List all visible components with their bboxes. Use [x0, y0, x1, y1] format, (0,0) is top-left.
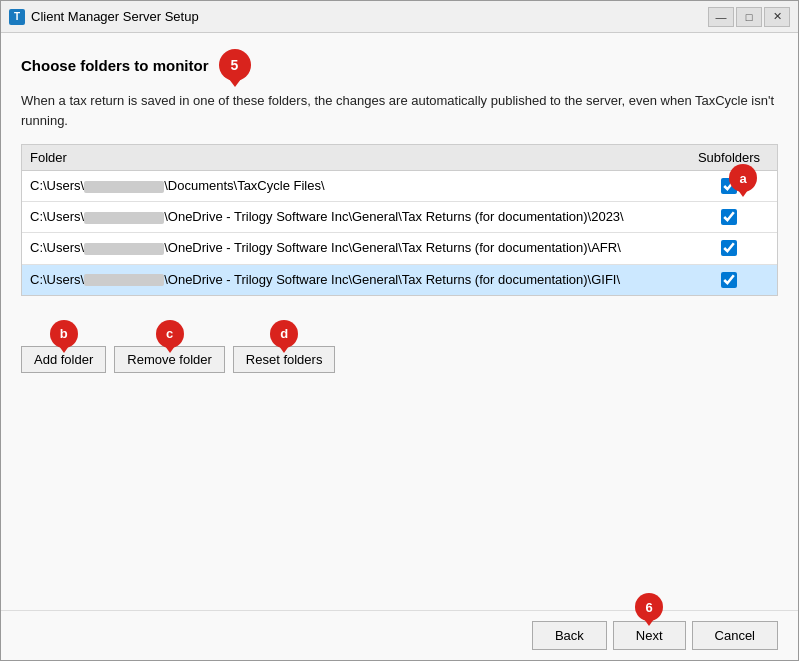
- title-bar-left: T Client Manager Server Setup: [9, 9, 199, 25]
- subfolders-cell: [689, 209, 769, 225]
- title-bar: T Client Manager Server Setup — □ ✕: [1, 1, 798, 33]
- subfolders-cell: [689, 240, 769, 256]
- table-header: Folder Subfolders: [22, 145, 777, 171]
- table-row[interactable]: C:\Users\\OneDrive - Trilogy Software In…: [22, 265, 777, 295]
- table-row[interactable]: C:\Users\\Documents\TaxCycle Files\ a: [22, 171, 777, 202]
- page-title: Choose folders to monitor: [21, 57, 209, 74]
- footer: Back 6 Next Cancel: [1, 610, 798, 660]
- table-row[interactable]: C:\Users\\OneDrive - Trilogy Software In…: [22, 202, 777, 233]
- next-button-wrapper: 6 Next: [613, 621, 686, 650]
- maximize-button[interactable]: □: [736, 7, 762, 27]
- close-button[interactable]: ✕: [764, 7, 790, 27]
- annotation-badge-a: a: [729, 164, 757, 192]
- description-text: When a tax return is saved in one of the…: [21, 91, 778, 130]
- window-title: Client Manager Server Setup: [31, 9, 199, 24]
- subfolders-cell: a: [689, 178, 769, 194]
- minimize-button[interactable]: —: [708, 7, 734, 27]
- page-heading: Choose folders to monitor 5: [21, 49, 778, 81]
- folder-path: C:\Users\\OneDrive - Trilogy Software In…: [30, 271, 689, 289]
- annotation-badge-d: d: [270, 320, 298, 348]
- checkbox-wrapper-1: a: [721, 178, 737, 194]
- annotation-badge-b: b: [50, 320, 78, 348]
- col-folder-header: Folder: [30, 150, 689, 165]
- folders-table: Folder Subfolders C:\Users\\Documents\Ta…: [21, 144, 778, 296]
- subfolders-checkbox-3[interactable]: [721, 240, 737, 256]
- folder-path: C:\Users\\OneDrive - Trilogy Software In…: [30, 239, 689, 257]
- table-row[interactable]: C:\Users\\OneDrive - Trilogy Software In…: [22, 233, 777, 264]
- annotation-badge-c: c: [156, 320, 184, 348]
- subfolders-cell: [689, 272, 769, 288]
- folder-path: C:\Users\\OneDrive - Trilogy Software In…: [30, 208, 689, 226]
- step-badge-5: 5: [219, 49, 251, 81]
- title-bar-controls: — □ ✕: [708, 7, 790, 27]
- content-area: Choose folders to monitor 5 When a tax r…: [1, 33, 798, 610]
- folder-path: C:\Users\\Documents\TaxCycle Files\: [30, 177, 689, 195]
- subfolders-checkbox-4[interactable]: [721, 272, 737, 288]
- folder-actions: b Add folder c Remove folder d Reset fol…: [21, 316, 778, 373]
- app-icon: T: [9, 9, 25, 25]
- col-subfolders-header: Subfolders: [689, 150, 769, 165]
- back-button[interactable]: Back: [532, 621, 607, 650]
- cancel-button[interactable]: Cancel: [692, 621, 778, 650]
- annotation-badge-6: 6: [635, 593, 663, 621]
- main-window: T Client Manager Server Setup — □ ✕ Choo…: [0, 0, 799, 661]
- subfolders-checkbox-2[interactable]: [721, 209, 737, 225]
